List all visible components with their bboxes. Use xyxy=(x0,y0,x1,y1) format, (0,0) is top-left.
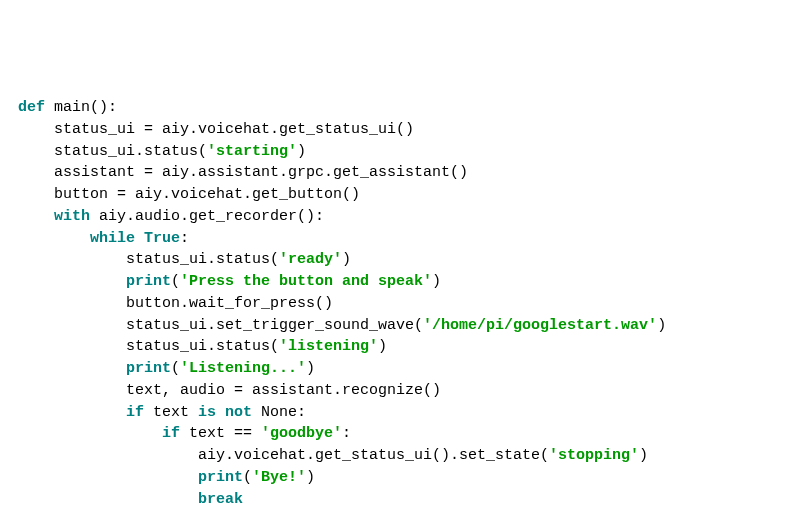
keyword-def: def xyxy=(18,99,45,116)
string: 'Press the button and speak' xyxy=(180,273,432,290)
line-08: status_ui.status('ready') xyxy=(18,251,351,268)
line-09: print('Press the button and speak') xyxy=(18,273,441,290)
line-14: text, audio = assistant.recognize() xyxy=(18,382,441,399)
line-05: button = aiy.voicehat.get_button() xyxy=(18,186,360,203)
string: 'listening' xyxy=(279,338,378,355)
line-04: assistant = aiy.assistant.grpc.get_assis… xyxy=(18,164,468,181)
line-18: print('Bye!') xyxy=(18,469,315,486)
string: 'stopping' xyxy=(549,447,639,464)
string: 'starting' xyxy=(207,143,297,160)
builtin-print: print xyxy=(126,360,171,377)
line-16: if text == 'goodbye': xyxy=(18,425,351,442)
string: 'Bye!' xyxy=(252,469,306,486)
line-17: aiy.voicehat.get_status_ui().set_state('… xyxy=(18,447,648,464)
line-15: if text is not None: xyxy=(18,404,306,421)
keyword-if: if xyxy=(126,404,144,421)
string: 'goodbye' xyxy=(261,425,342,442)
line-13: print('Listening...') xyxy=(18,360,315,377)
line-10: button.wait_for_press() xyxy=(18,295,333,312)
keyword-if: if xyxy=(162,425,180,442)
code-block: def main(): status_ui = aiy.voicehat.get… xyxy=(18,97,782,507)
line-06: with aiy.audio.get_recorder(): xyxy=(18,208,324,225)
keyword-break: break xyxy=(198,491,243,508)
line-12: status_ui.status('listening') xyxy=(18,338,387,355)
line-01: def main(): xyxy=(18,99,117,116)
keyword-while: while xyxy=(90,230,135,247)
line-07: while True: xyxy=(18,230,189,247)
string: 'Listening...' xyxy=(180,360,306,377)
keyword-with: with xyxy=(54,208,90,225)
line-03: status_ui.status('starting') xyxy=(18,143,306,160)
line-19: break xyxy=(18,491,243,508)
line-11: status_ui.set_trigger_sound_wave('/home/… xyxy=(18,317,666,334)
builtin-print: print xyxy=(126,273,171,290)
line-02: status_ui = aiy.voicehat.get_status_ui() xyxy=(18,121,414,138)
string: 'ready' xyxy=(279,251,342,268)
builtin-print: print xyxy=(198,469,243,486)
string: '/home/pi/googlestart.wav' xyxy=(423,317,657,334)
